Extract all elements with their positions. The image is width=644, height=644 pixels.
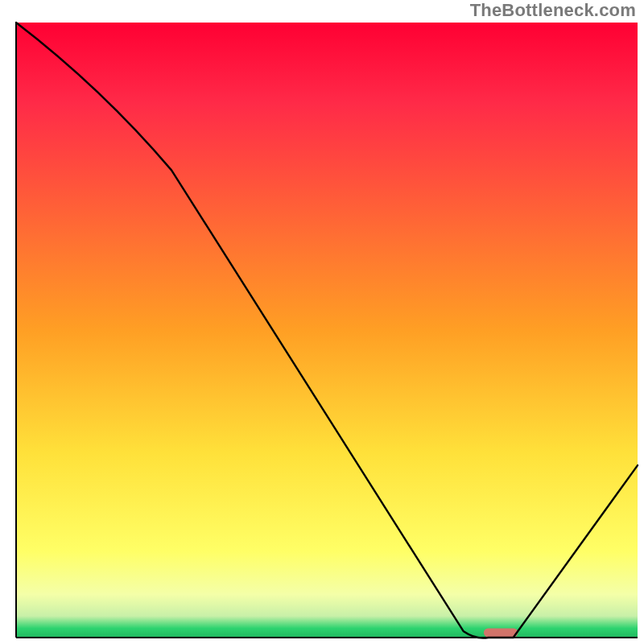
watermark-text: TheBottleneck.com: [470, 0, 636, 21]
bottleneck-chart: [0, 0, 644, 644]
optimal-marker: [484, 629, 518, 638]
gradient-background: [16, 23, 638, 638]
